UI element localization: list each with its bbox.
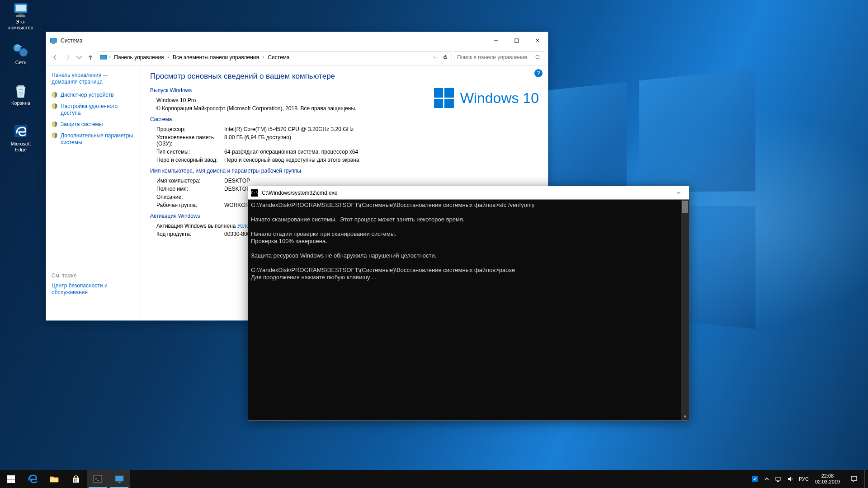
svg-point-15: [536, 55, 539, 59]
device-manager-link[interactable]: Диспетчер устройств: [52, 92, 135, 99]
desktop-icon-edge[interactable]: MicrosoftEdge: [4, 124, 38, 156]
desktop-icon-recycle-bin[interactable]: Корзина: [4, 83, 38, 116]
tray-time: 22:08: [815, 473, 840, 479]
taskbar-edge[interactable]: [22, 470, 43, 488]
scroll-down-icon[interactable]: ▼: [681, 413, 689, 420]
search-placeholder: Поиск в панели управления: [457, 54, 527, 61]
maximize-button[interactable]: [506, 32, 527, 49]
svg-rect-9: [52, 43, 55, 44]
tray-chevron-up-icon[interactable]: [761, 470, 773, 488]
chevron-right-icon: ›: [263, 55, 264, 60]
info-row: Перо и сенсорный ввод:Перо и сенсорный в…: [150, 157, 539, 163]
nav-back-button[interactable]: [50, 52, 61, 63]
search-input[interactable]: Поиск в панели управления: [454, 52, 544, 63]
info-key: Перо и сенсорный ввод:: [156, 157, 224, 163]
chevron-right-icon: ›: [109, 55, 110, 60]
info-key: Рабочая группа:: [156, 202, 224, 208]
info-key: Установленная память (ОЗУ):: [156, 134, 224, 147]
address-dropdown-button[interactable]: [431, 52, 440, 63]
pc-icon: [12, 2, 30, 18]
breadcrumb[interactable]: Все элементы панели управления: [171, 53, 261, 61]
section-system: Система: [150, 116, 539, 122]
svg-rect-11: [515, 39, 519, 42]
scrollbar[interactable]: ▲ ▼: [681, 200, 689, 420]
help-button[interactable]: ?: [534, 69, 542, 77]
section-computer-name: Имя компьютера, имя домена и параметры р…: [150, 168, 539, 174]
store-icon: [71, 474, 81, 484]
remote-settings-link[interactable]: Настройка удаленного доступа: [52, 103, 135, 117]
svg-line-16: [539, 58, 541, 60]
window-titlebar[interactable]: Система: [46, 32, 548, 49]
info-value: Перо и сенсорный ввод недоступны для это…: [224, 157, 539, 163]
info-row: Имя компьютера:DESKTOP: [150, 178, 539, 184]
page-heading: Просмотр основных сведений о вашем компь…: [150, 72, 539, 81]
taskbar-cmd[interactable]: >_: [87, 470, 108, 488]
recycle-icon: [12, 83, 30, 99]
taskbar-store[interactable]: [65, 470, 87, 488]
desktop-icon-this-pc[interactable]: Этоткомпьютер: [4, 2, 38, 34]
breadcrumb[interactable]: Система: [266, 53, 291, 61]
svg-rect-33: [118, 482, 121, 483]
shield-icon: [52, 132, 58, 139]
windows-start-icon: [7, 475, 15, 483]
taskbar-control-panel[interactable]: [108, 470, 130, 488]
address-bar[interactable]: › Панель управления › Все элементы панел…: [98, 52, 452, 63]
cmd-icon: C:\: [251, 189, 258, 197]
navigation-bar: › Панель управления › Все элементы панел…: [46, 49, 548, 66]
svg-rect-32: [115, 476, 123, 481]
info-value: 64-разрядная операционная система, проце…: [224, 149, 539, 155]
breadcrumb[interactable]: Панель управления: [112, 53, 165, 61]
windows-10-logo: Windows 10: [434, 88, 539, 108]
window-title: Система: [61, 38, 486, 44]
nav-up-button[interactable]: [85, 52, 96, 63]
tray-notifications[interactable]: [844, 470, 864, 488]
edge-icon: [12, 124, 30, 140]
cmd-title: C:\Windows\system32\cmd.exe: [262, 190, 668, 196]
control-panel-home-link[interactable]: Панель управления — домашняя страница: [52, 72, 135, 85]
svg-rect-29: [76, 480, 77, 482]
tray-language[interactable]: РУС: [796, 476, 811, 482]
system-icon: [50, 37, 57, 44]
cmd-titlebar[interactable]: C:\ C:\Windows\system32\cmd.exe: [248, 186, 689, 200]
system-icon: [114, 474, 124, 484]
pc-small-icon: [100, 54, 107, 61]
svg-text:>_: >_: [95, 477, 99, 481]
advanced-settings-link[interactable]: Дополнительные параметры системы: [52, 132, 135, 146]
tray-defender-icon[interactable]: [749, 470, 761, 488]
cmd-output[interactable]: G:\YandexDisk\PROGRAMS\BESTSOFT\(Системн…: [248, 200, 689, 420]
system-protection-link[interactable]: Защита системы: [52, 121, 135, 128]
info-key: Полное имя:: [156, 186, 224, 192]
svg-rect-28: [74, 480, 75, 482]
tray-volume-icon[interactable]: [784, 470, 796, 488]
minimize-button[interactable]: [486, 32, 506, 49]
chevron-right-icon: ›: [168, 55, 169, 60]
start-button[interactable]: [0, 470, 22, 488]
search-icon: [535, 54, 541, 61]
svg-rect-3: [16, 15, 25, 17]
show-desktop-button[interactable]: [864, 470, 867, 488]
tray-network-icon[interactable]: [773, 470, 784, 488]
svg-rect-21: [7, 475, 11, 479]
minimize-button[interactable]: [668, 186, 689, 199]
desktop-icon-label: Этоткомпьютер: [8, 19, 33, 31]
nav-recent-button[interactable]: [75, 52, 83, 63]
refresh-button[interactable]: [441, 52, 450, 63]
activation-status: Активация Windows выполнена: [156, 223, 237, 229]
desktop-icons: Этоткомпьютер Сеть Корзина MicrosoftEdge: [4, 2, 40, 164]
system-tray: РУС 22:08 02.03.2019: [749, 470, 868, 488]
desktop-icon-label: Сеть: [15, 60, 26, 66]
close-button[interactable]: [527, 32, 548, 49]
svg-rect-36: [777, 481, 779, 482]
svg-point-5: [19, 48, 28, 56]
taskbar-explorer[interactable]: [43, 470, 65, 488]
svg-point-4: [14, 44, 21, 52]
desktop-icon-network[interactable]: Сеть: [4, 42, 38, 75]
nav-forward-button[interactable]: [62, 52, 73, 63]
security-center-link[interactable]: Центр безопасности и обслуживания: [52, 282, 135, 296]
tray-clock[interactable]: 22:08 02.03.2019: [811, 473, 844, 485]
taskbar: >_ РУС 22:08 02.03.2019: [0, 470, 868, 488]
info-key: Имя компьютера:: [156, 178, 224, 184]
scroll-thumb[interactable]: [682, 201, 688, 213]
tray-date: 02.03.2019: [815, 479, 840, 485]
info-value: 8,00 ГБ (6,94 ГБ доступно): [224, 134, 539, 147]
